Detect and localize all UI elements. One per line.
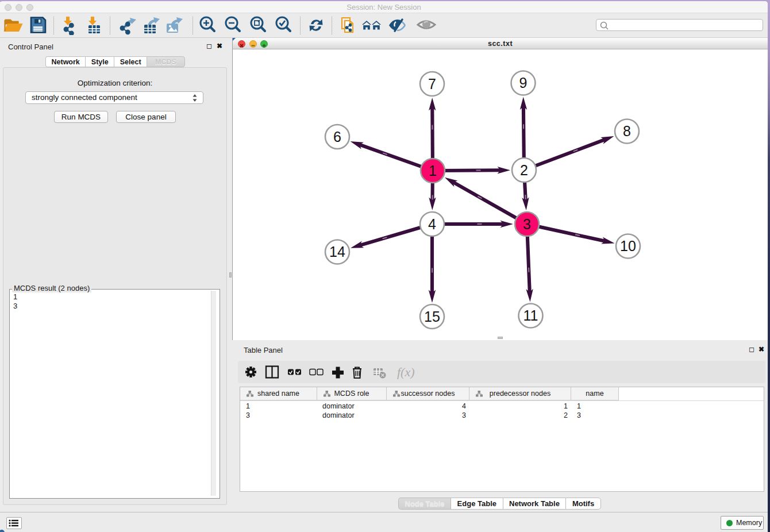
svg-text:3: 3 [523, 216, 531, 232]
svg-text:2: 2 [520, 162, 528, 178]
svg-text:14: 14 [329, 244, 345, 260]
svg-text:4: 4 [428, 216, 436, 232]
svg-text:7: 7 [428, 76, 436, 92]
svg-text:9: 9 [519, 75, 528, 91]
svg-text:15: 15 [424, 309, 440, 325]
svg-text:11: 11 [523, 307, 538, 323]
svg-text:8: 8 [623, 123, 631, 139]
svg-text:1: 1 [429, 163, 437, 179]
svg-text:10: 10 [620, 238, 636, 254]
svg-text:f(x): f(x) [397, 365, 415, 379]
svg-text:6: 6 [333, 129, 341, 145]
